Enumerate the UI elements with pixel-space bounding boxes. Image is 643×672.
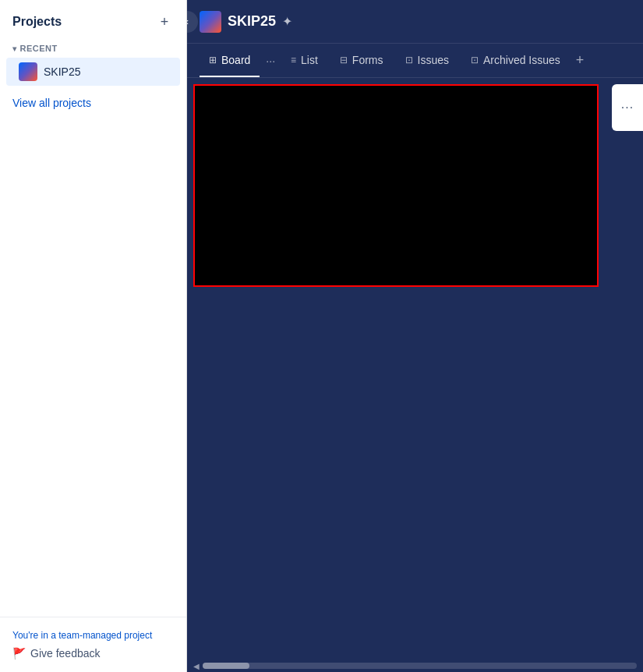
back-icon: ‹ — [187, 16, 189, 27]
scrollbar-track[interactable] — [203, 663, 637, 669]
archived-icon: ⊡ — [471, 55, 479, 65]
sidebar-header: Projects + — [0, 0, 186, 37]
tab-more-dots[interactable]: ··· — [263, 55, 278, 67]
scrollbar-thumb[interactable] — [203, 663, 249, 669]
team-managed-text: You're in a team-managed project — [12, 630, 174, 641]
project-icon-large — [200, 11, 221, 33]
top-bar: ‹ SKIP25 ✦ — [187, 0, 643, 44]
tab-list-label: List — [301, 54, 318, 66]
sidebar-footer: You're in a team-managed project 🚩 Give … — [0, 617, 186, 672]
tab-issues-label: Issues — [418, 54, 449, 66]
avatar-inner — [19, 62, 37, 81]
tab-board[interactable]: ⊞ Board — [200, 44, 260, 77]
board-canvas — [193, 84, 599, 287]
project-name: SKIP25 — [44, 65, 80, 78]
horizontal-scrollbar[interactable]: ◀ — [187, 660, 643, 672]
sidebar-item-skip25[interactable]: SKIP25 — [6, 58, 180, 86]
main-content: ‹ SKIP25 ✦ ⊞ Board ··· ≡ List ⊟ Forms ⊡ … — [187, 0, 643, 672]
recent-label: RECENT — [20, 44, 58, 53]
tab-archived-label: Archived Issues — [483, 54, 560, 66]
tab-archived-issues[interactable]: ⊡ Archived Issues — [461, 44, 570, 77]
feedback-label: Give feedback — [30, 647, 101, 660]
add-project-button[interactable]: + — [155, 12, 174, 31]
list-icon: ≡ — [291, 55, 296, 65]
tab-forms-label: Forms — [352, 54, 383, 66]
feedback-icon: 🚩 — [12, 647, 26, 660]
sidebar: Projects + ▾ RECENT SKIP25 View all proj… — [0, 0, 187, 672]
tab-issues[interactable]: ⊡ Issues — [396, 44, 458, 77]
give-feedback-button[interactable]: 🚩 Give feedback — [12, 647, 101, 660]
tab-board-label: Board — [221, 54, 250, 66]
forms-icon: ⊟ — [340, 55, 348, 65]
add-tab-button[interactable]: + — [576, 52, 585, 69]
sidebar-title: Projects — [12, 15, 62, 29]
board-icon: ⊞ — [209, 55, 217, 65]
recent-section-label: ▾ RECENT — [0, 37, 186, 56]
star-icon[interactable]: ✦ — [282, 14, 292, 29]
tab-list[interactable]: ≡ List — [281, 44, 327, 77]
issues-icon: ⊡ — [405, 55, 413, 65]
scroll-left-arrow[interactable]: ◀ — [193, 662, 200, 670]
side-panel[interactable]: ··· — [612, 84, 643, 131]
board-area: ··· ◀ — [187, 78, 643, 672]
chevron-icon: ▾ — [12, 44, 17, 53]
nav-tabs: ⊞ Board ··· ≡ List ⊟ Forms ⊡ Issues ⊡ Ar… — [187, 44, 643, 78]
back-button[interactable]: ‹ — [187, 11, 198, 33]
view-all-projects-link[interactable]: View all projects — [0, 90, 186, 115]
side-panel-dots-icon: ··· — [621, 101, 634, 115]
project-avatar — [19, 62, 37, 81]
project-title: SKIP25 — [228, 13, 276, 30]
tab-forms[interactable]: ⊟ Forms — [330, 44, 393, 77]
